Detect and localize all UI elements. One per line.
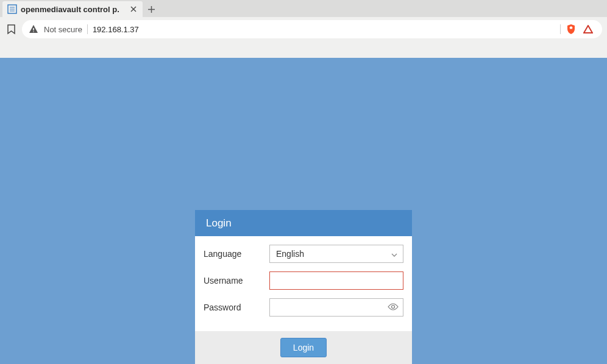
browser-tab[interactable]: openmediavault control p. [2,1,143,17]
url-text: 192.168.1.37 [93,25,139,34]
address-bar-row: Not secure 192.168.1.37 [0,17,607,41]
security-label: Not secure [44,25,82,34]
tab-title: openmediavault control p. [21,5,126,14]
language-select-value: English [276,249,304,259]
toolbar-spacer [0,41,607,58]
address-bar-right [566,24,596,35]
brave-rewards-icon[interactable] [583,24,594,35]
tab-favicon-icon [7,4,17,14]
tab-strip: openmediavault control p. [0,0,607,17]
password-input[interactable] [269,298,403,317]
language-row: Language English [204,245,403,263]
language-select[interactable]: English [269,245,403,263]
security-warning-icon [28,24,39,35]
svg-point-9 [33,31,34,32]
password-label: Password [204,303,269,312]
password-row: Password [204,298,403,317]
separator [87,24,88,34]
username-row: Username [204,271,403,290]
browser-chrome: openmediavault control p. Not secure 192… [0,0,607,58]
login-header-text: Login [206,217,232,229]
language-label: Language [204,249,269,259]
page-content: Login Language English Username [0,58,607,364]
login-button[interactable]: Login [280,338,327,357]
show-password-icon[interactable] [388,302,399,313]
username-label: Username [204,276,269,285]
separator [560,24,561,34]
login-panel: Login Language English Username [195,210,412,364]
brave-shield-icon[interactable] [566,24,577,35]
address-bar[interactable]: Not secure 192.168.1.37 [22,20,602,38]
login-panel-footer: Login [195,331,412,364]
new-tab-button[interactable] [143,1,160,17]
bookmark-icon[interactable] [5,23,17,35]
username-input[interactable] [269,271,403,290]
svg-point-10 [392,306,395,309]
login-panel-header: Login [195,210,412,236]
login-panel-body: Language English Username Password [195,236,412,331]
close-tab-icon[interactable] [129,5,138,13]
